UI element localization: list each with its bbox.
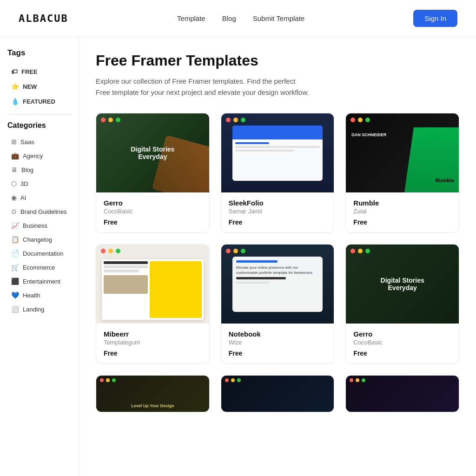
sidebar-item-business[interactable]: 📈 Business [7, 219, 71, 232]
sidebar-item-saas[interactable]: ⊞ Saas [7, 135, 71, 148]
card-name-gerro-1: Gerro [104, 199, 202, 207]
card-price-sleekfolio: Free [229, 218, 327, 226]
template-card-sleekfolio[interactable]: SleekFolio Samar Jamil Free [221, 113, 335, 233]
card-preview-gerro-1: Digital StoriesEveryday [96, 113, 209, 192]
dot-green-3 [365, 118, 370, 122]
logo[interactable]: ALBACUB [19, 13, 68, 24]
card-author-mibeerr: Templategum [104, 339, 202, 346]
entertainment-icon: ⬛ [11, 278, 19, 285]
card-author-notebook: Wize [229, 339, 327, 346]
browser-bar-4 [96, 245, 209, 258]
dot-red-1 [101, 118, 106, 122]
tag-featured-icon: 💧 [11, 98, 19, 105]
blog-icon: 🖥 [11, 166, 18, 173]
tag-featured[interactable]: 💧 FEATURED [7, 95, 71, 108]
tag-new-icon: ⭐ [11, 83, 19, 90]
changelog-icon: 📋 [11, 236, 19, 243]
nav-submit-template[interactable]: Submit Template [253, 14, 304, 22]
partial-dot-yellow-1 [106, 378, 110, 382]
dot-green-1 [116, 118, 120, 122]
partial-preview-1: Level Up Your Design [96, 376, 209, 412]
page-description: Explore our collection of Free Framer te… [96, 76, 310, 98]
nav-blog[interactable]: Blog [222, 14, 236, 22]
sidebar-item-agency[interactable]: 💼 Agency [7, 149, 71, 162]
tag-new-label: NEW [23, 83, 37, 90]
sidebar-item-changelog[interactable]: 📋 Changelog [7, 233, 71, 246]
partial-card-1[interactable]: Level Up Your Design [96, 375, 210, 412]
tag-new[interactable]: ⭐ NEW [7, 80, 71, 93]
card-author-rumble: Zulal [353, 208, 451, 215]
partial-card-2[interactable] [221, 375, 335, 412]
rumble-brand-text: Rumble [436, 178, 454, 183]
partial-dot-yellow-3 [356, 378, 359, 382]
sidebar-item-ecommerce[interactable]: 🛒 Ecommerce [7, 261, 71, 274]
card-price-mibeerr: Free [104, 350, 202, 357]
sidebar-item-landing[interactable]: ⬜ Landing [7, 303, 71, 316]
mibeerr-line-1 [104, 261, 148, 264]
sidebar-item-blog[interactable]: 🖥 Blog [7, 163, 71, 176]
dot-yellow-5 [233, 249, 238, 253]
sleekfolio-inner [232, 126, 323, 181]
mibeerr-right-yellow [150, 261, 202, 318]
categories-title: Categories [7, 121, 71, 130]
ai-icon: ◉ [11, 194, 17, 201]
cat-entertainment-label: Entertainment [23, 278, 60, 285]
sidebar-item-3d[interactable]: ⬡ 3D [7, 177, 71, 190]
partial-preview-3 [346, 376, 459, 412]
agency-icon: 💼 [11, 152, 19, 159]
sidebar: Tags 🏷 FREE ⭐ NEW 💧 FEATURED Categories … [0, 37, 79, 476]
partial-row: Level Up Your Design [96, 375, 459, 412]
sign-in-button[interactable]: Sign In [413, 10, 457, 27]
tag-free[interactable]: 🏷 FREE [7, 65, 71, 78]
card-preview-rumble: DAN SCHNEIDER Rumble [346, 113, 459, 192]
sidebar-item-entertainment[interactable]: ⬛ Entertainment [7, 275, 71, 288]
partial-browser-bar-1 [100, 378, 116, 382]
template-card-notebook[interactable]: Elevate your online presence with our cu… [221, 244, 335, 364]
sleek-line-3 [235, 150, 294, 152]
business-icon: 📈 [11, 222, 19, 229]
sleek-top [232, 126, 323, 139]
mibeerr-left [104, 261, 148, 318]
card-name-mibeerr: Mibeerr [104, 330, 202, 338]
template-card-mibeerr[interactable]: Mibeerr Templategum Free [96, 244, 210, 364]
card-preview-mibeerr [96, 245, 209, 324]
gerro-preview-text: Digital StoriesEveryday [126, 145, 179, 160]
page-layout: Tags 🏷 FREE ⭐ NEW 💧 FEATURED Categories … [0, 37, 476, 476]
card-info-gerro-2: Gerro CocoBasic Free [346, 324, 459, 364]
mibeerr-line-3 [104, 270, 139, 272]
sidebar-item-health[interactable]: 💙 Health [7, 289, 71, 302]
saas-icon: ⊞ [11, 138, 17, 145]
template-card-gerro-1[interactable]: Digital StoriesEveryday Gerro CocoBasic … [96, 113, 210, 233]
card-price-gerro-2: Free [353, 350, 451, 357]
sidebar-item-brand-guidelines[interactable]: ⊙ Brand Guidelines [7, 205, 71, 218]
template-card-rumble[interactable]: DAN SCHNEIDER Rumble Rumble Zulal Free [345, 113, 459, 233]
sleek-line-1 [235, 142, 269, 144]
dot-yellow-4 [108, 249, 113, 253]
dot-green-5 [241, 249, 245, 253]
partial-card-3[interactable] [345, 375, 459, 412]
card-price-gerro-1: Free [104, 218, 202, 226]
cat-blog-label: Blog [21, 166, 33, 173]
dot-yellow-2 [233, 118, 238, 122]
cat-documentation-label: Documentation [23, 250, 63, 257]
template-card-gerro-2[interactable]: Digital StoriesEveryday Gerro CocoBasic … [345, 244, 459, 364]
card-preview-gerro-2: Digital StoriesEveryday [346, 245, 459, 324]
health-icon: 💙 [11, 291, 19, 299]
partial-text-1: Level Up Your Design [131, 403, 174, 408]
partial-dot-yellow-2 [231, 378, 235, 382]
partial-dot-green-1 [112, 378, 116, 382]
page-title: Free Framer Templates [96, 52, 459, 69]
partial-dot-red-2 [225, 378, 229, 382]
nav-template[interactable]: Template [177, 14, 205, 22]
partial-preview-2 [221, 376, 334, 412]
sidebar-item-ai[interactable]: ◉ AI [7, 191, 71, 204]
partial-dot-green-3 [362, 378, 365, 382]
mibeerr-img [104, 275, 148, 294]
card-info-mibeerr: Mibeerr Templategum Free [96, 324, 209, 364]
sidebar-item-documentation[interactable]: 📄 Documentation [7, 247, 71, 260]
tags-title: Tags [7, 48, 71, 58]
tag-free-label: FREE [21, 68, 38, 75]
card-author-gerro-1: CocoBasic [104, 208, 202, 215]
card-name-rumble: Rumble [353, 199, 451, 207]
browser-bar-6 [346, 245, 459, 258]
